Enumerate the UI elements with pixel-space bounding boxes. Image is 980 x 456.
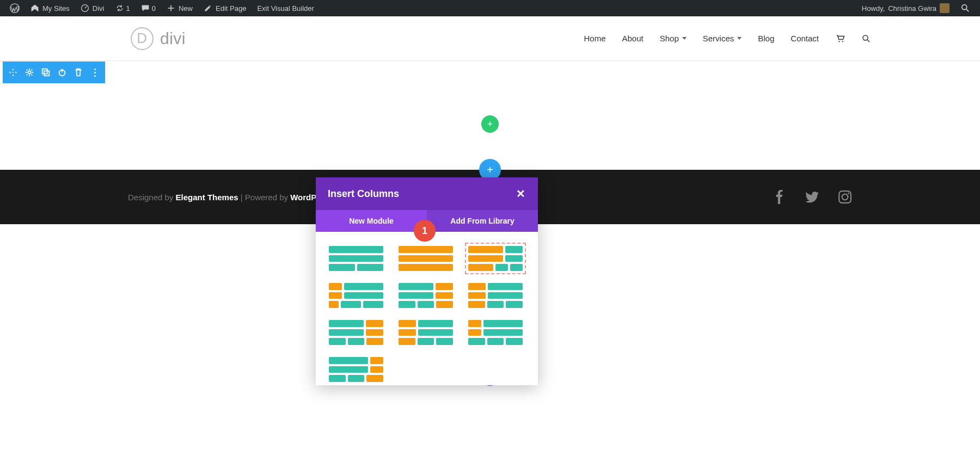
adminbar-search[interactable] [955, 0, 976, 16]
duplicate-icon [41, 67, 51, 77]
column-layout-option[interactable] [329, 246, 383, 271]
facebook-icon[interactable] [773, 190, 787, 204]
modal-header: Insert Columns ✕ [316, 177, 538, 210]
nav-contact[interactable]: Contact [791, 34, 819, 43]
howdy-user-name: Christina Gwira [888, 4, 936, 13]
svg-point-3 [838, 41, 840, 42]
nav-search[interactable] [861, 34, 871, 44]
plus-icon [167, 4, 175, 13]
svg-rect-10 [839, 191, 851, 203]
cart-icon [835, 34, 845, 44]
edit-page-link[interactable]: Edit Page [198, 0, 252, 16]
nav-home[interactable]: Home [584, 34, 605, 43]
howdy-user-link[interactable]: Howdy, Christina Gwira [856, 0, 955, 16]
column-layout-grid [316, 232, 538, 385]
section-toolbar [3, 61, 105, 83]
modal-close-button[interactable]: ✕ [515, 187, 526, 200]
footer-credits: Designed by Elegant Themes | Powered by … [128, 193, 320, 202]
site-name-link[interactable]: Divi [75, 0, 110, 16]
nav-services[interactable]: Services [703, 34, 742, 43]
chevron-down-icon [682, 37, 687, 40]
column-layout-option[interactable] [468, 320, 523, 345]
site-name-label: Divi [93, 4, 105, 13]
column-layout-option[interactable] [399, 283, 453, 308]
settings-button[interactable] [24, 67, 34, 77]
footer-theme-link[interactable]: Elegant Themes [176, 193, 238, 202]
column-layout-option[interactable] [399, 320, 453, 345]
modal-title: Insert Columns [328, 188, 399, 200]
column-layout-option-selected[interactable] [468, 246, 523, 271]
search-icon [960, 3, 970, 13]
logo-mark: D [131, 27, 154, 50]
column-layout-option[interactable] [329, 283, 383, 308]
refresh-icon [115, 4, 124, 13]
logo-text: divi [160, 29, 186, 48]
wordpress-icon [10, 3, 20, 13]
search-icon [861, 34, 871, 44]
my-sites-label: My Sites [42, 4, 70, 13]
more-options-button[interactable] [90, 67, 100, 77]
svg-point-5 [863, 35, 868, 40]
annotation-step-1: 1 [414, 220, 436, 242]
chevron-down-icon [737, 37, 742, 40]
nav-about[interactable]: About [622, 34, 643, 43]
column-layout-option[interactable] [329, 320, 383, 345]
duplicate-button[interactable] [41, 67, 51, 77]
power-icon [57, 67, 67, 77]
delete-button[interactable] [74, 67, 83, 77]
wp-logo[interactable] [4, 0, 25, 16]
nav-blog[interactable]: Blog [758, 34, 774, 43]
svg-point-12 [848, 193, 849, 194]
svg-point-4 [842, 41, 843, 42]
comment-icon [141, 4, 150, 13]
svg-point-11 [842, 194, 848, 200]
twitter-icon[interactable] [805, 190, 819, 204]
new-label: New [179, 4, 193, 13]
column-layout-option[interactable] [329, 357, 383, 382]
instagram-icon[interactable] [838, 190, 852, 204]
insert-columns-modal: Insert Columns ✕ New Module Add From Lib… [316, 177, 538, 385]
new-content-link[interactable]: New [161, 0, 198, 16]
svg-point-6 [28, 71, 30, 73]
tab-add-from-library[interactable]: Add From Library [427, 210, 538, 232]
edit-page-label: Edit Page [216, 4, 246, 13]
nav-cart[interactable] [835, 34, 845, 44]
exit-visual-builder-link[interactable]: Exit Visual Builder [252, 0, 320, 16]
site-header: D divi Home About Shop Services Blog Con… [0, 16, 980, 61]
main-nav: Home About Shop Services Blog Contact [584, 34, 871, 44]
tab-new-module[interactable]: New Module [316, 210, 427, 232]
pencil-icon [204, 4, 212, 13]
my-sites-link[interactable]: My Sites [25, 0, 75, 16]
power-button[interactable] [57, 67, 67, 77]
nav-shop[interactable]: Shop [660, 34, 687, 43]
move-handle[interactable] [8, 67, 18, 77]
comments-link[interactable]: 0 [136, 0, 161, 16]
dashboard-icon [81, 4, 89, 13]
updates-link[interactable]: 1 [110, 0, 136, 16]
wp-admin-bar: My Sites Divi 1 0 New Edit Page Exit Vis… [0, 0, 980, 16]
exit-vb-label: Exit Visual Builder [257, 4, 314, 13]
sites-icon [30, 4, 39, 13]
trash-icon [74, 67, 83, 77]
updates-count: 1 [126, 4, 130, 13]
site-logo[interactable]: D divi [131, 27, 186, 50]
column-layout-option[interactable] [468, 283, 523, 308]
column-layout-option[interactable] [399, 246, 453, 271]
comments-count: 0 [152, 4, 156, 13]
avatar [940, 3, 950, 13]
svg-point-2 [962, 5, 967, 10]
howdy-prefix: Howdy, [862, 4, 885, 13]
gear-icon [24, 67, 34, 77]
add-module-button[interactable]: + [481, 115, 499, 133]
